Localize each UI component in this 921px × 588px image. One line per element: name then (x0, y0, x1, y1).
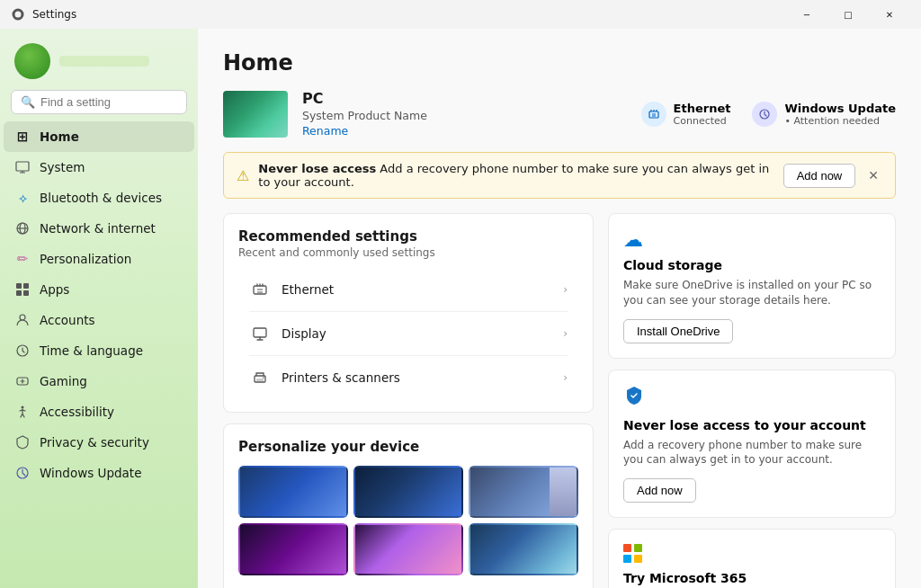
privacy-icon (14, 434, 31, 450)
apps-icon (14, 281, 31, 298)
windows-update-status[interactable]: Windows Update • Attention needed (752, 102, 896, 127)
banner-bold: Never lose access (258, 162, 376, 175)
sidebar-item-windows-update[interactable]: Windows Update (4, 458, 194, 488)
sidebar-item-personalization[interactable]: ✏ Personalization (4, 244, 194, 274)
windows-update-icon (14, 465, 31, 481)
personalization-icon: ✏ (14, 251, 31, 267)
bluetooth-icon: ⟡ (14, 190, 31, 206)
recommended-subtitle: Recent and commonly used settings (238, 246, 578, 259)
svg-rect-18 (256, 379, 264, 381)
theme-thumb-3[interactable] (469, 466, 578, 518)
ms365-logo (623, 544, 881, 564)
shield-icon (623, 385, 881, 411)
ms365-title: Try Microsoft 365 (623, 571, 881, 585)
sidebar-item-label: Network & internet (40, 221, 156, 236)
theme-thumb-6[interactable] (469, 523, 578, 575)
theme-thumb-1[interactable] (238, 466, 348, 518)
install-onedrive-button[interactable]: Install OneDrive (623, 319, 733, 343)
sidebar-item-time[interactable]: Time & language (4, 335, 194, 366)
svg-point-19 (263, 377, 264, 379)
sidebar-item-privacy[interactable]: Privacy & security (4, 427, 194, 458)
never-lose-access-desc: Add a recovery phone number to make sure… (623, 438, 881, 468)
sidebar-item-accounts[interactable]: Accounts (4, 305, 194, 335)
app-body: 🔍 ⊞ Home System ⟡ Bluetooth & devices (0, 29, 921, 588)
pc-info: PC System Product Name Rename (302, 90, 627, 138)
search-input[interactable] (40, 95, 192, 109)
sidebar-search-container[interactable]: 🔍 (11, 90, 187, 114)
sidebar-item-network[interactable]: Network & internet (4, 213, 194, 244)
sidebar-item-label: Time & language (40, 343, 143, 358)
sidebar-item-label: Accounts (40, 313, 95, 327)
svg-point-11 (22, 406, 24, 409)
theme-thumb-5[interactable] (353, 523, 463, 575)
banner-close-button[interactable]: ✕ (864, 166, 882, 184)
settings-item-ethernet[interactable]: Ethernet › (238, 270, 578, 309)
sidebar-item-label: Privacy & security (40, 435, 149, 450)
avatar (14, 43, 50, 79)
svg-rect-0 (16, 162, 29, 171)
sidebar-item-label: Personalization (40, 252, 131, 266)
titlebar-controls: − □ ✕ (786, 0, 910, 29)
sidebar-item-gaming[interactable]: Gaming (4, 366, 194, 396)
never-lose-access-card: Never lose access to your account Add a … (608, 370, 896, 519)
sidebar-item-label: Accessibility (40, 405, 114, 419)
settings-item-display[interactable]: Display › (238, 314, 578, 353)
sidebar-item-label: Apps (40, 282, 69, 297)
sidebar-item-system[interactable]: System (4, 152, 194, 183)
theme-thumb-2[interactable] (353, 466, 463, 518)
theme-thumb-4[interactable] (238, 523, 348, 575)
cloud-storage-title: Cloud storage (623, 258, 881, 272)
titlebar: Settings − □ ✕ (0, 0, 921, 29)
recovery-banner: ⚠ Never lose access Add a recovery phone… (223, 152, 896, 199)
sidebar-item-accessibility[interactable]: Accessibility (4, 396, 194, 427)
sidebar-item-label: Home (40, 129, 79, 144)
sidebar-item-home[interactable]: ⊞ Home (4, 121, 194, 152)
svg-rect-7 (23, 290, 29, 296)
accessibility-icon (14, 404, 31, 420)
profile-name-blurred (59, 56, 149, 67)
printers-item-label: Printers & scanners (282, 370, 552, 385)
settings-item-printers[interactable]: Printers & scanners › (238, 358, 578, 397)
display-item-icon (249, 323, 271, 344)
home-icon: ⊞ (14, 129, 31, 145)
network-icon (14, 220, 31, 236)
settings-icon (11, 7, 25, 22)
windows-update-status-icon (752, 102, 777, 127)
personalize-card: Personalize your device (223, 423, 594, 588)
ethernet-status[interactable]: Ethernet Connected (641, 102, 731, 127)
divider (249, 355, 568, 356)
sidebar-item-label: Windows Update (40, 466, 141, 480)
svg-rect-6 (16, 290, 22, 296)
ethernet-item-label: Ethernet (282, 282, 552, 297)
sidebar-item-bluetooth[interactable]: ⟡ Bluetooth & devices (4, 183, 194, 213)
recommended-list: Ethernet › Display (238, 270, 578, 397)
cloud-storage-icon: ☁ (623, 228, 881, 251)
add-now-button[interactable]: Add now (623, 478, 696, 503)
sidebar-item-apps[interactable]: Apps (4, 274, 194, 305)
sidebar-item-label: Bluetooth & devices (40, 191, 162, 205)
banner-add-button[interactable]: Add now (783, 164, 856, 188)
svg-point-8 (20, 315, 25, 320)
ethernet-item-icon (249, 279, 271, 300)
titlebar-title: Settings (32, 8, 786, 21)
system-icon (14, 159, 31, 175)
pc-rename-link[interactable]: Rename (302, 124, 627, 138)
maximize-button[interactable]: □ (827, 0, 869, 29)
ethernet-text: Ethernet Connected (674, 102, 731, 127)
page-title: Home (223, 50, 896, 76)
recommended-settings-card: Recommended settings Recent and commonly… (223, 213, 594, 413)
banner-text: Never lose access Add a recovery phone n… (258, 162, 773, 189)
svg-rect-16 (254, 328, 266, 337)
banner-warning-icon: ⚠ (237, 167, 249, 184)
divider (249, 311, 568, 312)
sidebar-nav: ⊞ Home System ⟡ Bluetooth & devices Netw… (0, 121, 198, 488)
svg-rect-4 (16, 283, 22, 289)
pc-model: System Product Name (302, 109, 627, 122)
gaming-icon (14, 373, 31, 389)
close-button[interactable]: ✕ (869, 0, 910, 29)
printers-chevron-icon: › (563, 371, 568, 384)
theme-grid (238, 466, 578, 575)
never-lose-access-title: Never lose access to your account (623, 418, 881, 432)
personalize-title: Personalize your device (238, 439, 578, 455)
minimize-button[interactable]: − (786, 0, 827, 29)
